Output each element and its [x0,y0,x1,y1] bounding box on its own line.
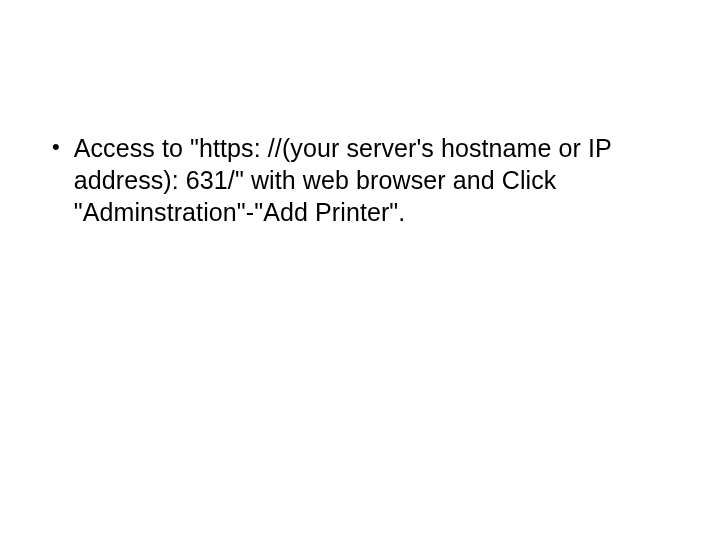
bullet-marker: • [52,132,60,162]
bullet-item: • Access to "https: //(your server's hos… [52,132,660,228]
slide-content: • Access to "https: //(your server's hos… [52,132,660,228]
bullet-text: Access to "https: //(your server's hostn… [74,132,660,228]
